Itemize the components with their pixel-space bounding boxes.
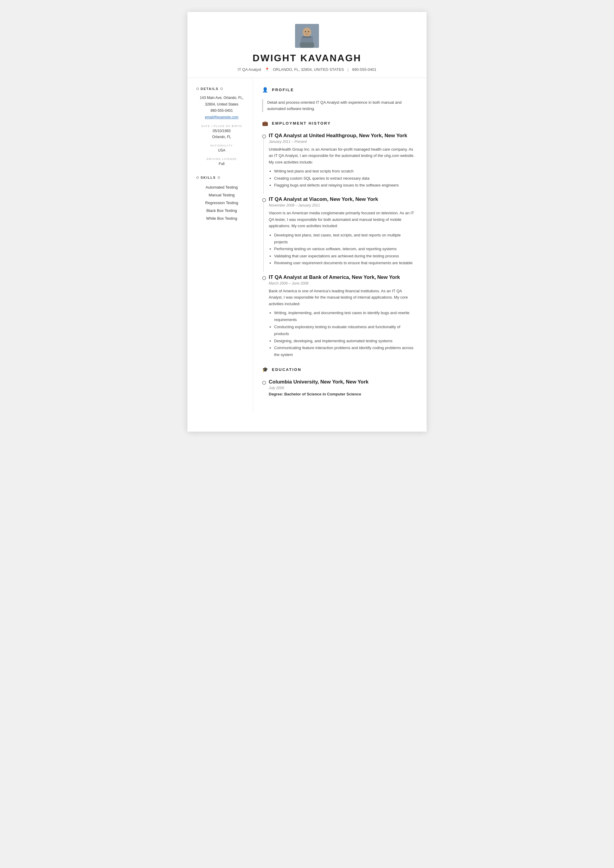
education-section-title: 🎓 EDUCATION — [262, 367, 415, 374]
education-section: 🎓 EDUCATION Columbia University, New Yor… — [262, 367, 415, 396]
bullet-item: Reviewing user requirement documents to … — [274, 259, 415, 266]
location-icon: 📍 — [265, 68, 269, 72]
license-value: Full — [196, 161, 247, 167]
avatar-image — [295, 24, 319, 48]
bullet-item: Flagging bugs and defects and relaying i… — [274, 182, 415, 189]
circle-icon-right — [220, 88, 223, 90]
bullet-item: Conducting exploratory testing to evalua… — [274, 323, 415, 338]
dob-label: DATE / PLACE OF BIRTH — [196, 125, 247, 128]
separator: | — [348, 67, 349, 72]
skill-item: Automated Testing — [196, 183, 247, 191]
education-icon: 🎓 — [262, 367, 269, 372]
skills-section: SKILLS Automated TestingManual TestingRe… — [196, 176, 247, 222]
license-label: DRIVING LICENSE — [196, 158, 247, 161]
profile-text: Detail and process-oriented IT QA Analys… — [262, 99, 415, 112]
edu-school: Columbia University, New York, New York — [269, 379, 415, 385]
sidebar-phone: 890-555-0401 — [196, 108, 247, 114]
employment-section-title: 💼 EMPLOYMENT HISTORY — [262, 121, 415, 128]
skills-list: Automated TestingManual TestingRegressio… — [196, 183, 247, 222]
job-title: IT QA Analyst at United Healthgroup, New… — [269, 133, 415, 139]
bullet-item: Validating that user expectations are ac… — [274, 253, 415, 259]
job-bullets: Developing test plans, test cases, test … — [269, 232, 415, 267]
jobs-container: IT QA Analyst at United Healthgroup, New… — [262, 133, 415, 358]
svg-point-4 — [304, 29, 310, 36]
job-bullets: Writing, implementing, and documenting t… — [269, 309, 415, 358]
sidebar-email: email@example.com — [196, 114, 247, 121]
skills-circle-left — [196, 176, 199, 179]
job-dates: November 2008 – January 2011 — [269, 203, 415, 208]
skills-title: SKILLS — [196, 176, 247, 179]
resume-header: DWIGHT KAVANAGH IT QA Analyst 📍 ORLANDO,… — [188, 12, 426, 78]
edu-date: July 2006 — [269, 386, 415, 390]
person-name: DWIGHT KAVANAGH — [253, 53, 361, 64]
avatar — [295, 24, 319, 48]
nationality-label: NATIONALITY — [196, 144, 247, 147]
contact-info: 143 Main Ave, Orlando, FL, 32804, United… — [196, 95, 247, 121]
bullet-item: Writing, implementing, and documenting t… — [274, 309, 415, 323]
job-title: IT QA Analyst at Viacom, New York, New Y… — [269, 196, 415, 202]
employment-icon: 💼 — [262, 121, 269, 126]
phone-header: 890-555-0401 — [352, 67, 376, 72]
bullet-item: Performing testing on various software, … — [274, 245, 415, 252]
resume-document: DWIGHT KAVANAGH IT QA Analyst 📍 ORLANDO,… — [188, 12, 426, 432]
job-description: Viacom is an American media conglomerate… — [269, 210, 415, 229]
profile-section-title: 👤 PROFILE — [262, 87, 415, 95]
nationality-value: USA — [196, 148, 247, 153]
bullet-item: Developing test plans, test cases, test … — [274, 232, 415, 246]
job-description: Bank of America is one of America's lead… — [269, 288, 415, 307]
edu-item: Columbia University, New York, New YorkJ… — [262, 379, 415, 396]
profile-section: 👤 PROFILE Detail and process-oriented IT… — [262, 87, 415, 112]
job-item: IT QA Analyst at Viacom, New York, New Y… — [262, 196, 415, 266]
job-item: IT QA Analyst at United Healthgroup, New… — [262, 133, 415, 189]
details-section: DETAILS 143 Main Ave, Orlando, FL, 32804… — [196, 87, 247, 167]
svg-point-5 — [305, 31, 306, 32]
resume-body: DETAILS 143 Main Ave, Orlando, FL, 32804… — [188, 78, 426, 414]
sidebar: DETAILS 143 Main Ave, Orlando, FL, 32804… — [188, 78, 253, 414]
profile-icon: 👤 — [262, 87, 269, 93]
svg-point-6 — [308, 31, 309, 32]
dob-value: 05/10/1983 — [196, 128, 247, 134]
header-tagline: IT QA Analyst 📍 ORLANDO, FL, 32804, UNIT… — [238, 67, 376, 72]
main-content: 👤 PROFILE Detail and process-oriented IT… — [253, 78, 426, 414]
employment-section: 💼 EMPLOYMENT HISTORY IT QA Analyst at Un… — [262, 121, 415, 358]
skill-item: Manual Testing — [196, 191, 247, 199]
skill-item: White Box Testing — [196, 215, 247, 222]
bullet-item: Writing test plans and test scripts from… — [274, 168, 415, 175]
edu-container: Columbia University, New York, New YorkJ… — [262, 379, 415, 396]
address: 143 Main Ave, Orlando, FL, 32804, United… — [196, 95, 247, 108]
job-item: IT QA Analyst at Bank of America, New Yo… — [262, 274, 415, 358]
job-dates: January 2011 – Present — [269, 140, 415, 144]
details-title: DETAILS — [196, 87, 247, 91]
job-title: IT QA Analyst — [238, 67, 261, 72]
skills-circle-right — [218, 176, 220, 179]
skill-item: Regression Testing — [196, 199, 247, 207]
job-description: UnitedHealth Group Inc. is an American f… — [269, 146, 415, 165]
bullet-item: Creating custom SQL queries to extract n… — [274, 175, 415, 182]
skill-item: Black Box Testing — [196, 207, 247, 215]
circle-icon-left — [196, 88, 199, 90]
bullet-item: Designing, developing, and implementing … — [274, 338, 415, 344]
birthplace-value: Orlando, FL — [196, 134, 247, 140]
job-dates: March 2006 – June 2008 — [269, 281, 415, 285]
job-title: IT QA Analyst at Bank of America, New Yo… — [269, 274, 415, 281]
svg-rect-7 — [303, 36, 311, 37]
location-text: ORLANDO, FL, 32804, UNITED STATES — [273, 67, 344, 72]
bullet-item: Communicating feature interaction proble… — [274, 344, 415, 358]
job-bullets: Writing test plans and test scripts from… — [269, 168, 415, 189]
edu-degree: Degree: Bachelor of Science in Computer … — [269, 392, 415, 396]
